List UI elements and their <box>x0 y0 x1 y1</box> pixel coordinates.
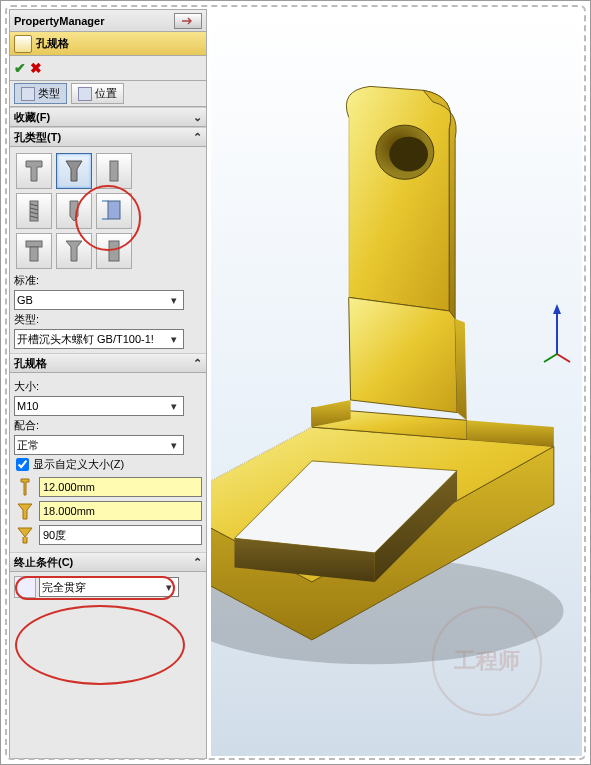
svg-rect-6 <box>30 247 38 261</box>
type-combo[interactable]: 开槽沉头木螺钉 GB/T100-1!▾ <box>14 329 184 349</box>
hole-slot-csink[interactable] <box>56 233 92 269</box>
hole-slot-plain[interactable] <box>96 233 132 269</box>
direction-icon[interactable] <box>14 576 36 598</box>
pm-title-text: PropertyManager <box>14 15 174 27</box>
size-combo[interactable]: M10▾ <box>14 396 184 416</box>
fit-combo[interactable]: 正常▾ <box>14 435 184 455</box>
svg-rect-7 <box>109 241 119 261</box>
dim-hole-dia[interactable]: 12.000mm <box>39 477 202 497</box>
section-holespec-body: 大小: M10▾ 配合: 正常▾ 显示自定义大小(Z) 12.000mm 18.… <box>10 373 206 552</box>
section-holetype-head[interactable]: 孔类型(T) ⌃ <box>10 127 206 147</box>
property-manager-panel: PropertyManager 孔规格 ✔ ✖ 类型 位置 收藏(F) ⌄ 孔类… <box>9 9 207 759</box>
fit-label: 配合: <box>14 418 202 433</box>
feature-title-text: 孔规格 <box>36 36 69 51</box>
custom-size-check[interactable] <box>16 458 29 471</box>
svg-rect-5 <box>26 241 42 247</box>
tab-type[interactable]: 类型 <box>14 83 67 104</box>
standard-combo[interactable]: GB▾ <box>14 290 184 310</box>
dim-csink-dia-row: 18.000mm <box>14 500 202 522</box>
tab-position[interactable]: 位置 <box>71 83 124 104</box>
chevron-up-icon: ⌃ <box>193 357 202 370</box>
hole-wizard-icon <box>14 35 32 53</box>
section-endcond-head[interactable]: 终止条件(C) ⌃ <box>10 552 206 572</box>
tab-position-icon <box>78 87 92 101</box>
hole-countersink[interactable] <box>56 153 92 189</box>
svg-point-10 <box>389 137 428 172</box>
section-endcond-body: 完全贯穿▾ <box>10 572 206 602</box>
view-triad <box>542 304 572 366</box>
section-favorites-head[interactable]: 收藏(F) ⌄ <box>10 107 206 127</box>
hole-tap-thru[interactable] <box>16 193 52 229</box>
dim-csink-dia[interactable]: 18.000mm <box>39 501 202 521</box>
graphics-viewport[interactable]: 工程师 <box>211 9 582 756</box>
hole-type-grid <box>14 151 202 271</box>
section-holetype-body: 标准: GB▾ 类型: 开槽沉头木螺钉 GB/T100-1!▾ <box>10 147 206 353</box>
size-label: 大小: <box>14 379 202 394</box>
custom-size-checkbox[interactable]: 显示自定义大小(Z) <box>14 455 202 474</box>
chevron-down-icon: ⌄ <box>193 111 202 124</box>
dim-hole-dia-row: 12.000mm <box>14 476 202 498</box>
hole-tap-blind[interactable] <box>56 193 92 229</box>
ok-cancel-bar: ✔ ✖ <box>10 56 206 81</box>
tab-type-icon <box>21 87 35 101</box>
svg-line-14 <box>544 354 557 362</box>
standard-label: 标准: <box>14 273 202 288</box>
csink-angle-icon <box>14 524 36 546</box>
svg-marker-12 <box>553 304 561 314</box>
dim-csink-angle-row: 90度 <box>14 524 202 546</box>
hole-dia-icon <box>14 476 36 498</box>
svg-rect-0 <box>110 161 118 181</box>
csink-dia-icon <box>14 500 36 522</box>
watermark: 工程师 <box>432 606 542 716</box>
svg-line-13 <box>557 354 570 362</box>
cancel-button[interactable]: ✖ <box>30 60 42 76</box>
3d-part <box>211 69 582 669</box>
type-label: 类型: <box>14 312 202 327</box>
hole-slot-cbore[interactable] <box>16 233 52 269</box>
pin-button[interactable] <box>174 13 202 29</box>
hole-pipe-tap[interactable] <box>96 193 132 229</box>
svg-rect-2 <box>108 201 120 219</box>
hole-counterbore[interactable] <box>16 153 52 189</box>
chevron-up-icon: ⌃ <box>193 131 202 144</box>
endcond-combo[interactable]: 完全贯穿▾ <box>39 577 179 597</box>
tab-bar: 类型 位置 <box>10 81 206 107</box>
pm-title-bar: PropertyManager <box>10 10 206 32</box>
section-holespec-head[interactable]: 孔规格 ⌃ <box>10 353 206 373</box>
ok-button[interactable]: ✔ <box>14 60 26 76</box>
chevron-up-icon: ⌃ <box>193 556 202 569</box>
dim-csink-angle[interactable]: 90度 <box>39 525 202 545</box>
hole-plain[interactable] <box>96 153 132 189</box>
feature-title-bar: 孔规格 <box>10 32 206 56</box>
